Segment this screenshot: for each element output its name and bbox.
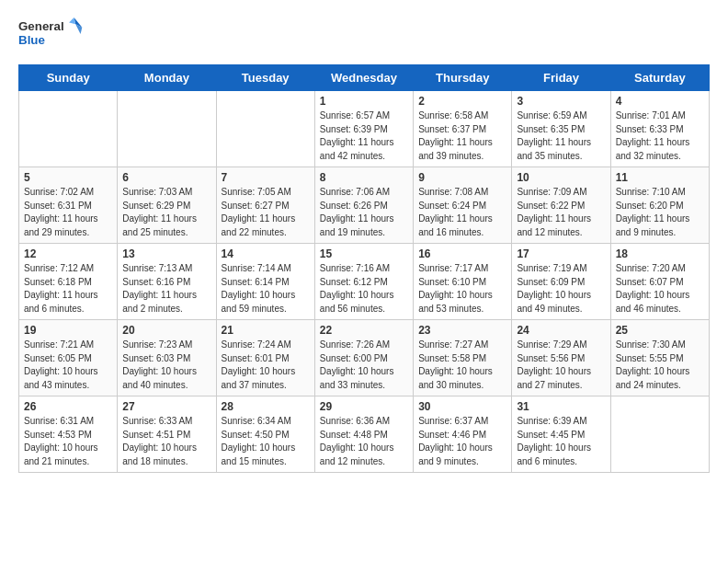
calendar-cell	[216, 91, 314, 167]
day-number: 28	[222, 400, 310, 413]
day-header-thursday: Thursday	[414, 65, 512, 91]
day-header-saturday: Saturday	[610, 65, 709, 91]
day-number: 19	[24, 324, 112, 337]
calendar-cell: 26Sunrise: 6:31 AM Sunset: 4:53 PM Dayli…	[19, 396, 118, 473]
calendar-cell: 16Sunrise: 7:17 AM Sunset: 6:10 PM Dayli…	[414, 244, 512, 320]
day-header-tuesday: Tuesday	[216, 65, 314, 91]
calendar-cell: 12Sunrise: 7:12 AM Sunset: 6:18 PM Dayli…	[19, 244, 118, 320]
calendar-cell: 23Sunrise: 7:27 AM Sunset: 5:58 PM Dayli…	[414, 320, 512, 396]
cell-info: Sunrise: 7:01 AM Sunset: 6:33 PM Dayligh…	[616, 109, 704, 163]
calendar-cell: 18Sunrise: 7:20 AM Sunset: 6:07 PM Dayli…	[610, 244, 709, 320]
logo-svg: General Blue	[18, 15, 92, 52]
day-number: 9	[418, 171, 506, 184]
day-number: 25	[616, 324, 704, 337]
days-header-row: SundayMondayTuesdayWednesdayThursdayFrid…	[19, 65, 710, 91]
day-number: 24	[517, 324, 605, 337]
calendar-cell: 25Sunrise: 7:30 AM Sunset: 5:55 PM Dayli…	[610, 320, 709, 396]
day-number: 23	[418, 324, 506, 337]
calendar-cell: 29Sunrise: 6:36 AM Sunset: 4:48 PM Dayli…	[314, 396, 413, 473]
day-number: 21	[222, 324, 310, 337]
calendar-cell: 11Sunrise: 7:10 AM Sunset: 6:20 PM Dayli…	[610, 167, 709, 244]
cell-info: Sunrise: 7:19 AM Sunset: 6:09 PM Dayligh…	[517, 262, 605, 316]
logo: General Blue	[18, 15, 92, 52]
calendar-table: SundayMondayTuesdayWednesdayThursdayFrid…	[18, 64, 710, 473]
week-row-2: 5Sunrise: 7:02 AM Sunset: 6:31 PM Daylig…	[19, 167, 710, 244]
calendar-cell: 20Sunrise: 7:23 AM Sunset: 6:03 PM Dayli…	[118, 320, 216, 396]
svg-text:Blue: Blue	[18, 33, 45, 47]
day-number: 16	[418, 247, 506, 260]
day-number: 12	[24, 247, 112, 260]
cell-info: Sunrise: 7:30 AM Sunset: 5:55 PM Dayligh…	[616, 339, 704, 392]
calendar-cell	[19, 91, 118, 167]
week-row-3: 12Sunrise: 7:12 AM Sunset: 6:18 PM Dayli…	[19, 244, 710, 320]
calendar-cell: 3Sunrise: 6:59 AM Sunset: 6:35 PM Daylig…	[512, 91, 610, 167]
cell-info: Sunrise: 6:31 AM Sunset: 4:53 PM Dayligh…	[24, 415, 112, 468]
calendar-cell: 13Sunrise: 7:13 AM Sunset: 6:16 PM Dayli…	[118, 244, 216, 320]
cell-info: Sunrise: 7:06 AM Sunset: 6:26 PM Dayligh…	[320, 186, 408, 239]
day-number: 30	[418, 400, 506, 413]
calendar-cell: 28Sunrise: 6:34 AM Sunset: 4:50 PM Dayli…	[216, 396, 314, 473]
cell-info: Sunrise: 7:02 AM Sunset: 6:31 PM Dayligh…	[24, 186, 112, 239]
page: General Blue SundayMondayTuesdayWednesda…	[0, 0, 728, 488]
day-number: 26	[24, 400, 112, 413]
cell-info: Sunrise: 6:33 AM Sunset: 4:51 PM Dayligh…	[122, 415, 210, 468]
calendar-cell	[610, 396, 709, 473]
cell-info: Sunrise: 6:34 AM Sunset: 4:50 PM Dayligh…	[222, 415, 310, 468]
day-header-friday: Friday	[512, 65, 610, 91]
calendar-cell: 4Sunrise: 7:01 AM Sunset: 6:33 PM Daylig…	[610, 91, 709, 167]
calendar-cell: 17Sunrise: 7:19 AM Sunset: 6:09 PM Dayli…	[512, 244, 610, 320]
calendar-cell: 2Sunrise: 6:58 AM Sunset: 6:37 PM Daylig…	[414, 91, 512, 167]
day-number: 2	[418, 95, 506, 108]
calendar-cell: 24Sunrise: 7:29 AM Sunset: 5:56 PM Dayli…	[512, 320, 610, 396]
calendar-cell: 1Sunrise: 6:57 AM Sunset: 6:39 PM Daylig…	[314, 91, 413, 167]
cell-info: Sunrise: 6:37 AM Sunset: 4:46 PM Dayligh…	[418, 415, 506, 468]
cell-info: Sunrise: 7:29 AM Sunset: 5:56 PM Dayligh…	[517, 339, 605, 392]
cell-info: Sunrise: 6:36 AM Sunset: 4:48 PM Dayligh…	[320, 415, 408, 468]
cell-info: Sunrise: 7:13 AM Sunset: 6:16 PM Dayligh…	[122, 262, 210, 316]
cell-info: Sunrise: 7:21 AM Sunset: 6:05 PM Dayligh…	[24, 339, 112, 392]
day-number: 14	[222, 247, 310, 260]
cell-info: Sunrise: 7:14 AM Sunset: 6:14 PM Dayligh…	[222, 262, 310, 316]
day-number: 13	[122, 247, 210, 260]
day-number: 1	[320, 95, 408, 108]
cell-info: Sunrise: 7:16 AM Sunset: 6:12 PM Dayligh…	[320, 262, 408, 316]
day-number: 15	[320, 247, 408, 260]
day-number: 29	[320, 400, 408, 413]
header: General Blue	[18, 15, 710, 52]
week-row-5: 26Sunrise: 6:31 AM Sunset: 4:53 PM Dayli…	[19, 396, 710, 473]
week-row-4: 19Sunrise: 7:21 AM Sunset: 6:05 PM Dayli…	[19, 320, 710, 396]
day-number: 20	[122, 324, 210, 337]
cell-info: Sunrise: 7:27 AM Sunset: 5:58 PM Dayligh…	[418, 339, 506, 392]
cell-info: Sunrise: 7:08 AM Sunset: 6:24 PM Dayligh…	[418, 186, 506, 239]
calendar-cell: 5Sunrise: 7:02 AM Sunset: 6:31 PM Daylig…	[19, 167, 118, 244]
cell-info: Sunrise: 7:09 AM Sunset: 6:22 PM Dayligh…	[517, 186, 605, 239]
day-number: 6	[122, 171, 210, 184]
calendar-cell: 21Sunrise: 7:24 AM Sunset: 6:01 PM Dayli…	[216, 320, 314, 396]
cell-info: Sunrise: 7:12 AM Sunset: 6:18 PM Dayligh…	[24, 262, 112, 316]
calendar-cell: 22Sunrise: 7:26 AM Sunset: 6:00 PM Dayli…	[314, 320, 413, 396]
day-header-wednesday: Wednesday	[314, 65, 413, 91]
day-number: 11	[616, 171, 704, 184]
cell-info: Sunrise: 7:26 AM Sunset: 6:00 PM Dayligh…	[320, 339, 408, 392]
cell-info: Sunrise: 7:23 AM Sunset: 6:03 PM Dayligh…	[122, 339, 210, 392]
day-number: 10	[517, 171, 605, 184]
cell-info: Sunrise: 6:58 AM Sunset: 6:37 PM Dayligh…	[418, 109, 506, 163]
cell-info: Sunrise: 7:10 AM Sunset: 6:20 PM Dayligh…	[616, 186, 704, 239]
day-number: 4	[616, 95, 704, 108]
calendar-cell: 10Sunrise: 7:09 AM Sunset: 6:22 PM Dayli…	[512, 167, 610, 244]
calendar-cell: 31Sunrise: 6:39 AM Sunset: 4:45 PM Dayli…	[512, 396, 610, 473]
cell-info: Sunrise: 6:57 AM Sunset: 6:39 PM Dayligh…	[320, 109, 408, 163]
day-number: 3	[517, 95, 605, 108]
cell-info: Sunrise: 7:17 AM Sunset: 6:10 PM Dayligh…	[418, 262, 506, 316]
day-number: 17	[517, 247, 605, 260]
calendar-cell: 15Sunrise: 7:16 AM Sunset: 6:12 PM Dayli…	[314, 244, 413, 320]
cell-info: Sunrise: 7:24 AM Sunset: 6:01 PM Dayligh…	[222, 339, 310, 392]
cell-info: Sunrise: 7:05 AM Sunset: 6:27 PM Dayligh…	[222, 186, 310, 239]
day-number: 27	[122, 400, 210, 413]
cell-info: Sunrise: 6:39 AM Sunset: 4:45 PM Dayligh…	[517, 415, 605, 468]
day-number: 5	[24, 171, 112, 184]
day-number: 18	[616, 247, 704, 260]
cell-info: Sunrise: 6:59 AM Sunset: 6:35 PM Dayligh…	[517, 109, 605, 163]
day-number: 7	[222, 171, 310, 184]
day-header-sunday: Sunday	[19, 65, 118, 91]
